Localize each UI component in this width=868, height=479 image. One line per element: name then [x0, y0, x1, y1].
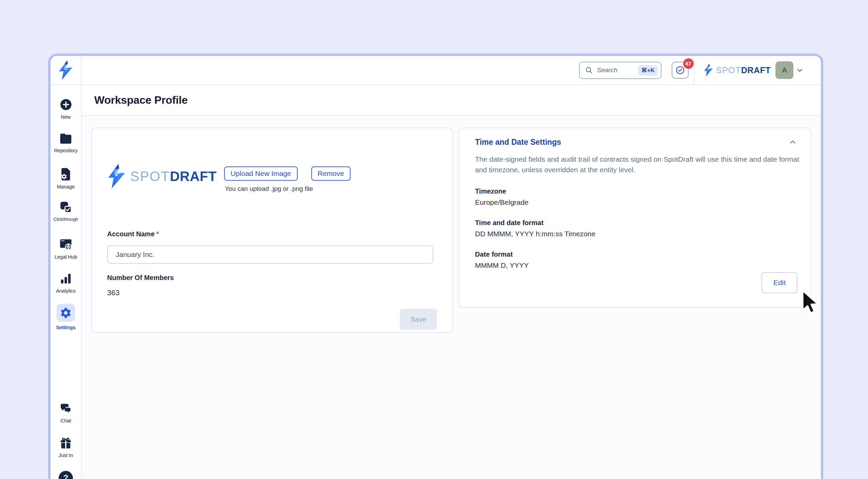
- members-label: Number Of Members: [107, 274, 437, 282]
- app-window: New Repository Manage: [48, 54, 823, 479]
- lightning-bolt-icon: [58, 60, 74, 80]
- time-date-format-label: Time and date format: [475, 219, 797, 227]
- remove-image-button[interactable]: Remove: [311, 166, 351, 181]
- sidebar-item-chat[interactable]: Chat: [51, 402, 81, 423]
- time-date-format-field: Time and date format DD MMMM, YYYY h:mm:…: [475, 219, 797, 238]
- date-format-field: Date format MMMM D, YYYY: [475, 251, 797, 270]
- squares-check-icon: [59, 200, 73, 214]
- brand-text-spot: SPOT: [716, 65, 741, 75]
- sidebar-item-clickthrough[interactable]: Clickthrough: [51, 200, 81, 222]
- page: { "header": { "search": { "placeholder":…: [0, 0, 868, 479]
- date-format-label: Date format: [475, 251, 797, 258]
- search-icon: [585, 66, 593, 74]
- page-title: Workspace Profile: [94, 94, 188, 106]
- sidebar-item-new[interactable]: New: [51, 98, 81, 120]
- avatar[interactable]: A: [775, 61, 793, 79]
- workspace-logo-row: SPOTDRAFT Upload New Image Remove You ca…: [107, 163, 437, 193]
- folder-icon: [59, 133, 73, 145]
- title-bar: Workspace Profile: [82, 85, 821, 116]
- bar-chart-icon: [59, 272, 72, 285]
- chevron-down-icon[interactable]: [795, 66, 804, 75]
- spotdraft-logo: SPOTDRAFT: [704, 64, 771, 77]
- time-date-settings-title: Time and Date Settings: [475, 138, 561, 147]
- sidebar-item-help[interactable]: ?: [51, 471, 81, 479]
- timezone-field: Timezone Europe/Belgrade: [475, 187, 797, 206]
- search-placeholder: Search: [597, 66, 634, 74]
- upload-block: Upload New Image Remove You can upload .…: [224, 166, 351, 193]
- required-asterisk: *: [156, 230, 159, 238]
- date-format-value: MMMM D, YYYY: [475, 261, 797, 270]
- sidebar-item-manage[interactable]: Manage: [51, 167, 81, 189]
- sidebar-item-legal-hub[interactable]: Legal Hub: [51, 238, 81, 260]
- edit-button[interactable]: Edit: [762, 272, 797, 293]
- time-date-format-value: DD MMMM, YYYY h:mm:ss Timezone: [475, 230, 797, 238]
- check-circle-icon: [675, 65, 685, 75]
- timezone-value: Europe/Belgrade: [475, 198, 797, 206]
- sidebar-item-analytics[interactable]: Analytics: [51, 272, 81, 294]
- search-shortcut: ⌘+K: [638, 65, 657, 76]
- notification-badge: 87: [683, 58, 694, 69]
- time-date-settings-card: Time and Date Settings The date-signed f…: [458, 127, 811, 308]
- plus-circle-icon: [59, 98, 73, 111]
- chevron-up-icon[interactable]: [788, 137, 797, 147]
- gift-icon: [59, 436, 73, 450]
- members-value: 363: [107, 288, 437, 297]
- brand-text-draft: DRAFT: [741, 65, 771, 75]
- top-header: Search ⌘+K 87: [82, 56, 821, 85]
- sidebar-item-repository[interactable]: Repository: [51, 133, 81, 153]
- gear-icon: [60, 307, 72, 319]
- document-gear-icon: [59, 167, 72, 181]
- workspace-logo: SPOTDRAFT: [107, 163, 217, 190]
- notifications-button[interactable]: 87: [672, 62, 689, 79]
- main-column: Search ⌘+K 87: [82, 56, 821, 479]
- save-button[interactable]: Save: [400, 309, 437, 330]
- upload-new-image-button[interactable]: Upload New Image: [224, 166, 298, 181]
- content-area: SPOTDRAFT Upload New Image Remove You ca…: [82, 116, 821, 479]
- sidebar-items: New Repository Manage: [51, 85, 81, 479]
- upload-hint: You can upload .jpg or .png file: [225, 185, 351, 193]
- workspace-profile-card: SPOTDRAFT Upload New Image Remove You ca…: [91, 127, 453, 333]
- question-circle-icon: ?: [59, 471, 73, 479]
- sidebar-item-settings[interactable]: Settings: [51, 304, 81, 330]
- sidebar-item-just-in[interactable]: Just In: [51, 436, 81, 458]
- lightning-bolt-icon: [704, 64, 713, 77]
- lightning-bolt-icon: [107, 163, 126, 189]
- header-divider: [694, 56, 694, 84]
- account-name-label: Account Name*: [107, 230, 437, 238]
- search-input[interactable]: Search ⌘+K: [579, 62, 662, 79]
- timezone-label: Timezone: [475, 187, 797, 195]
- brand-text-spot: SPOT: [130, 169, 170, 184]
- brand-text-draft: DRAFT: [170, 169, 217, 184]
- time-date-description: The date-signed fields and audit trail o…: [475, 154, 802, 175]
- browser-globe-icon: [59, 238, 73, 251]
- sidebar: New Repository Manage: [51, 56, 82, 479]
- chat-bubbles-icon: [59, 402, 73, 415]
- app-logo[interactable]: [51, 56, 81, 85]
- account-name-input[interactable]: [107, 245, 433, 264]
